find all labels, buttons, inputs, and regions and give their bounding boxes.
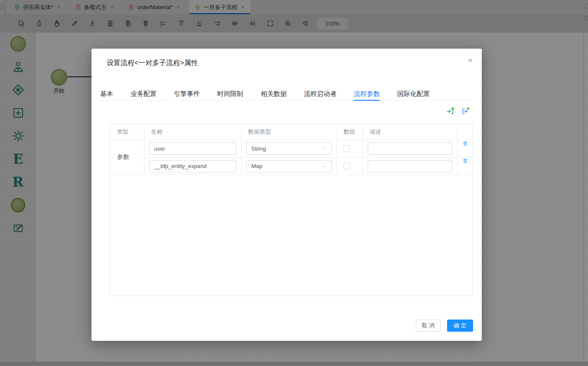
tab-process-parameters[interactable]: 流程参数 — [354, 87, 380, 100]
tab-basic[interactable]: 基本 — [100, 87, 113, 100]
array-checkbox[interactable] — [343, 145, 350, 152]
param-name-input[interactable] — [149, 160, 236, 172]
table-actions — [446, 106, 470, 116]
confirm-button[interactable]: 确 定 — [447, 320, 473, 332]
col-header-datatype: 数据类型 — [241, 124, 336, 140]
parameters-table: 类型 名称 数据类型 数组 描述 参数 String — [110, 124, 473, 296]
process-properties-dialog: 设置流程<一对多子流程>属性 基本 业务配置 引擎事件 时间限制 相关数据 流程… — [91, 49, 482, 341]
tab-related-data[interactable]: 相关数据 — [261, 87, 287, 100]
chevron-down-icon — [322, 164, 327, 169]
col-header-array: 数组 — [336, 124, 363, 140]
cancel-button[interactable]: 取 消 — [416, 320, 441, 332]
tab-engine-events[interactable]: 引擎事件 — [174, 87, 200, 100]
delete-row-icon[interactable] — [457, 140, 473, 158]
array-checkbox[interactable] — [343, 163, 350, 169]
col-header-description: 描述 — [363, 124, 457, 140]
description-input[interactable] — [368, 160, 452, 172]
workflow-designer-app: 供应商实体* 多模式主 orderMaterial* 一对多子流程 — [0, 0, 588, 366]
col-header-actions — [457, 124, 473, 140]
param-name-input[interactable] — [149, 142, 236, 155]
tab-business-config[interactable]: 业务配置 — [131, 87, 157, 100]
tab-time-limit[interactable]: 时间限制 — [217, 87, 243, 100]
tab-process-initiator[interactable]: 流程启动者 — [304, 87, 336, 100]
add-parameter-icon[interactable] — [446, 106, 455, 116]
row-group-label: 参数 — [110, 140, 144, 175]
tab-i18n-config[interactable]: 国际化配置 — [397, 87, 430, 100]
table-header-row: 类型 名称 数据类型 数组 描述 — [110, 124, 473, 140]
add-variable-icon[interactable] — [461, 106, 470, 116]
table-row: 参数 String — [110, 140, 473, 158]
table-row: Map — [110, 158, 473, 175]
chevron-down-icon — [322, 146, 327, 151]
close-icon[interactable] — [468, 56, 473, 64]
col-header-name: 名称 — [144, 124, 241, 140]
datatype-select[interactable]: Map — [246, 160, 332, 172]
delete-row-icon[interactable] — [457, 158, 473, 175]
datatype-select[interactable]: String — [246, 142, 332, 155]
description-input[interactable] — [368, 142, 452, 155]
col-header-type: 类型 — [110, 124, 144, 140]
dialog-tab-bar: 基本 业务配置 引擎事件 时间限制 相关数据 流程启动者 流程参数 国际化配置 — [100, 87, 473, 101]
dialog-title: 设置流程<一对多子流程>属性 — [107, 59, 198, 68]
